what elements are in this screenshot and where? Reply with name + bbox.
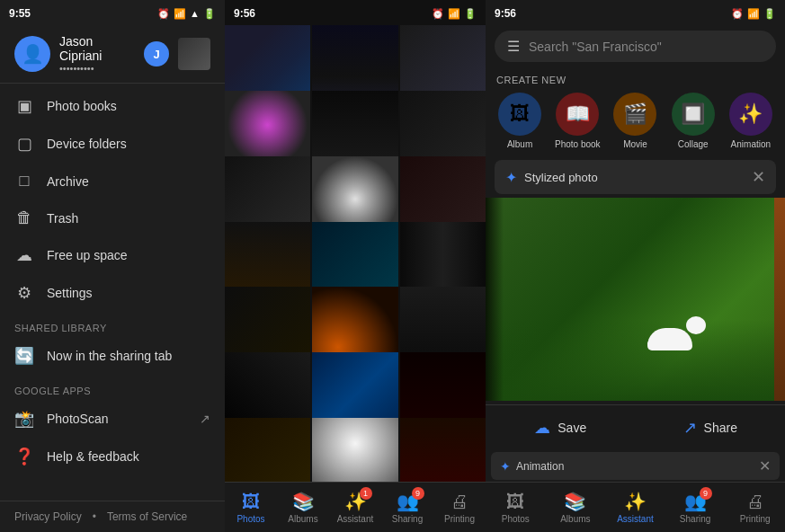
create-photo-book[interactable]: 📖 Photo book bbox=[552, 93, 602, 149]
sidebar-item-label: Photo books bbox=[47, 99, 117, 113]
nav-albums-assistant[interactable]: 📚 Albums bbox=[546, 483, 606, 532]
drawer-header: 👤 Jason Cipriani •••••••••• J bbox=[0, 25, 225, 84]
collage-icon: 🔲 bbox=[681, 102, 705, 126]
drawer-footer: Privacy Policy • Terms of Service bbox=[0, 501, 225, 532]
save-label: Save bbox=[558, 421, 586, 435]
sidebar-item-sharing-tab[interactable]: 🔄 Now in the sharing tab bbox=[0, 337, 225, 375]
external-link-icon: ↗ bbox=[200, 412, 210, 426]
signal-grid: 📶 bbox=[448, 8, 460, 20]
create-album[interactable]: 🖼 Album bbox=[495, 93, 545, 149]
create-collage[interactable]: 🔲 Collage bbox=[668, 93, 718, 149]
nav-photos-assistant[interactable]: 🖼 Photos bbox=[486, 483, 546, 532]
sidebar-item-photo-books[interactable]: ▣ Photo books bbox=[0, 87, 225, 125]
status-bar-grid: 9:56 ⏰ 📶 🔋 bbox=[225, 0, 486, 25]
drawer-panel: 9:55 ⏰ 📶 ▲ 🔋 👤 Jason Cipriani ••••••••••… bbox=[0, 0, 225, 532]
status-icons-drawer: ⏰ 📶 ▲ 🔋 bbox=[157, 8, 216, 20]
save-button[interactable]: ☁ Save bbox=[486, 409, 636, 447]
sidebar-item-archive[interactable]: □ Archive bbox=[0, 163, 225, 200]
assistant-badge: ✨ bbox=[344, 491, 367, 512]
sidebar-item-trash[interactable]: 🗑 Trash bbox=[0, 200, 225, 236]
sparkle-icon: ✦ bbox=[505, 169, 517, 186]
sharing-badge-2: 👥 bbox=[684, 491, 707, 512]
sharing-badge: 👥 bbox=[397, 491, 419, 512]
search-bar[interactable]: ☰ Search "San Francisco" bbox=[495, 31, 776, 62]
animation-label: Animation bbox=[731, 139, 771, 149]
battery-grid: 🔋 bbox=[464, 8, 477, 20]
sidebar-item-photoscan[interactable]: 📸 PhotoScan ↗ bbox=[0, 400, 225, 438]
status-icons-assistant: ⏰ 📶 🔋 bbox=[731, 8, 776, 20]
share-icon: ↗ bbox=[683, 418, 697, 438]
hamburger-icon[interactable]: ☰ bbox=[507, 38, 520, 55]
nav-sharing[interactable]: 👥 Sharing bbox=[381, 483, 433, 532]
sidebar-item-label: Free up space bbox=[47, 248, 128, 262]
status-icons-grid: ⏰ 📶 🔋 bbox=[432, 8, 477, 20]
movie-icon: 🎬 bbox=[623, 102, 647, 126]
sidebar-item-help[interactable]: ❓ Help & feedback bbox=[0, 438, 225, 475]
photo-left-edge bbox=[486, 198, 504, 401]
battery-icon: 🔋 bbox=[203, 8, 216, 20]
terms-of-service-link[interactable]: Terms of Service bbox=[107, 510, 187, 523]
albums-nav-icon: 📚 bbox=[292, 491, 315, 512]
anim-left: ✦ Animation bbox=[500, 459, 564, 474]
photos-nav-icon-2: 🖼 bbox=[506, 492, 524, 512]
nav-assistant-active[interactable]: ✨ Assistant bbox=[605, 483, 665, 532]
movie-label: Movie bbox=[623, 139, 647, 149]
sidebar-item-label: Settings bbox=[47, 286, 93, 300]
alarm-icon-grid: ⏰ bbox=[432, 8, 444, 20]
close-stylized-icon[interactable]: ✕ bbox=[752, 167, 765, 187]
photo-cell[interactable] bbox=[312, 418, 397, 482]
stylized-label: Stylized photo bbox=[524, 171, 598, 184]
privacy-policy-link[interactable]: Privacy Policy bbox=[14, 510, 82, 523]
stylized-photo-card: ✦ Stylized photo ✕ bbox=[495, 160, 776, 194]
sidebar-item-device-folders[interactable]: ▢ Device folders bbox=[0, 125, 225, 163]
photos-nav-icon: 🖼 bbox=[242, 492, 260, 512]
nav-sharing-assistant[interactable]: 👥 Sharing bbox=[665, 483, 726, 532]
sidebar-item-label: Now in the sharing tab bbox=[47, 349, 172, 363]
assistant-nav-icon: ✨ bbox=[344, 492, 367, 511]
nav-assistant-label-2: Assistant bbox=[617, 514, 654, 524]
animation-bar-label: Animation bbox=[516, 460, 564, 473]
settings-icon: ⚙ bbox=[14, 283, 34, 303]
stylized-left: ✦ Stylized photo bbox=[505, 169, 598, 186]
bottom-nav-assistant: 🖼 Photos 📚 Albums ✨ Assistant 👥 Sharing … bbox=[486, 482, 785, 532]
user-name: Jason Cipriani bbox=[59, 34, 135, 63]
photo-cell[interactable] bbox=[400, 418, 486, 482]
photo-book-label: Photo book bbox=[555, 139, 601, 149]
alarm-icon: ⏰ bbox=[157, 8, 170, 20]
share-button[interactable]: ↗ Share bbox=[636, 409, 786, 447]
photo-grid bbox=[225, 25, 486, 482]
close-animation-icon[interactable]: ✕ bbox=[759, 457, 771, 474]
nav-albums[interactable]: 📚 Albums bbox=[277, 483, 329, 532]
create-movie[interactable]: 🎬 Movie bbox=[610, 93, 660, 149]
signal-assistant: 📶 bbox=[747, 8, 760, 20]
cat-photo-image[interactable] bbox=[486, 198, 785, 401]
sidebar-item-label: Trash bbox=[47, 211, 78, 226]
user-initial-badge[interactable]: J bbox=[144, 41, 169, 66]
sidebar-item-settings[interactable]: ⚙ Settings bbox=[0, 274, 225, 312]
device-folders-icon: ▢ bbox=[14, 134, 34, 154]
nav-assistant-label: Assistant bbox=[337, 514, 374, 524]
battery-assistant: 🔋 bbox=[763, 8, 776, 20]
avatar: 👤 bbox=[14, 36, 50, 72]
nav-photos[interactable]: 🖼 Photos bbox=[225, 483, 277, 532]
animation-create-icon: ✨ bbox=[738, 102, 763, 126]
nav-printing-assistant[interactable]: 🖨 Printing bbox=[725, 483, 785, 532]
nav-printing[interactable]: 🖨 Printing bbox=[433, 483, 486, 532]
user-info: Jason Cipriani •••••••••• bbox=[59, 34, 135, 74]
printing-nav-icon-2: 🖨 bbox=[746, 492, 764, 512]
nav-sharing-label: Sharing bbox=[392, 514, 423, 524]
archive-icon: □ bbox=[14, 172, 34, 191]
share-label: Share bbox=[704, 421, 737, 435]
photo-books-icon: ▣ bbox=[14, 96, 34, 116]
animation-bar: ✦ Animation ✕ bbox=[491, 452, 780, 480]
sidebar-item-free-up-space[interactable]: ☁ Free up space bbox=[0, 236, 225, 274]
nav-assistant[interactable]: ✨ Assistant bbox=[329, 483, 381, 532]
trash-icon: 🗑 bbox=[14, 208, 34, 227]
printing-nav-icon: 🖨 bbox=[450, 492, 468, 512]
photo-cell[interactable] bbox=[225, 418, 310, 482]
section-label-shared-library: SHARED LIBRARY bbox=[0, 312, 225, 337]
create-animation[interactable]: ✨ Animation bbox=[726, 93, 776, 149]
nav-printing-label: Printing bbox=[444, 514, 475, 524]
animation-bar-icon: ✦ bbox=[500, 459, 511, 474]
search-placeholder: Search "San Francisco" bbox=[529, 40, 662, 54]
